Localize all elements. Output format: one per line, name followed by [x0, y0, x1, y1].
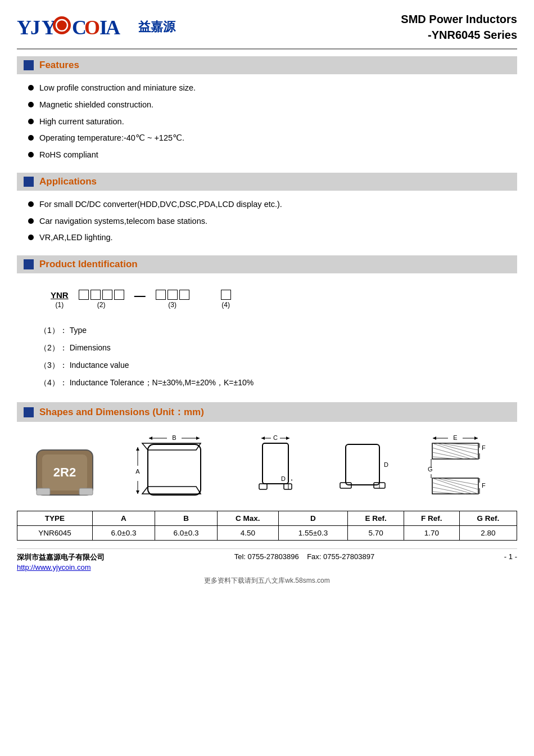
pid-boxes-3 — [156, 290, 189, 300]
col-b: B — [155, 511, 217, 526]
svg-marker-48 — [474, 436, 478, 440]
page-number: - 1 - — [504, 552, 517, 561]
svg-text:O: O — [84, 16, 100, 39]
footer-left: 深圳市益嘉源电子有限公司 http://www.yjycoin.com — [17, 552, 105, 572]
product-id-icon — [24, 259, 34, 269]
header-title-line2: -YNR6045 Series — [401, 27, 517, 43]
svg-line-60 — [441, 478, 478, 485]
cross-section-diagram: D — [334, 433, 391, 501]
svg-marker-25 — [142, 487, 201, 494]
svg-point-4 — [56, 20, 67, 31]
svg-text:A: A — [106, 16, 120, 39]
list-item: Magnetic shielded construction. — [28, 99, 517, 111]
svg-marker-23 — [136, 490, 139, 494]
list-item: （3）： Inductance value — [39, 359, 517, 371]
shapes-diagrams: 2R2 B A C D — [17, 428, 517, 506]
footer-page: - 1 - — [504, 552, 517, 561]
list-item: High current saturation. — [28, 116, 517, 128]
svg-text:F: F — [482, 482, 486, 489]
bullet-dot — [28, 201, 34, 207]
shapes-title: Shapes and Dimensions (Unit：mm) — [39, 406, 204, 418]
pid-desc-1-text: Type — [70, 326, 87, 335]
svg-text:E: E — [453, 434, 457, 441]
pid-part4: (4) — [221, 290, 231, 309]
bullet-dot — [28, 119, 34, 124]
top-view-diagram: E G F F — [424, 433, 503, 501]
col-g: G Ref. — [459, 511, 517, 526]
applications-title: Applications — [39, 176, 97, 187]
pid-box1-num: (4) — [221, 301, 230, 309]
svg-marker-18 — [196, 436, 200, 440]
cell-b: 6.0±0.3 — [155, 526, 217, 541]
svg-rect-33 — [259, 484, 267, 489]
pid-dash: — — [134, 288, 146, 302]
col-c: C Max. — [218, 511, 279, 526]
col-d: D — [278, 511, 348, 526]
footer-contact: Tel: 0755-27803896 Fax: 0755-27803897 — [234, 552, 374, 561]
cell-d: 1.55±0.3 — [278, 526, 348, 541]
pid-part1: YNR (1) — [51, 290, 69, 309]
header-title: SMD Power Inductors -YNR6045 Series — [401, 11, 517, 43]
bullet-dot — [28, 102, 34, 107]
logo-svg: Y J Y C O I A — [17, 13, 129, 41]
cell-e: 5.70 — [348, 526, 404, 541]
logo-chinese: 益嘉源 — [138, 19, 175, 35]
svg-text:G: G — [428, 466, 433, 472]
applications-icon — [24, 177, 34, 187]
svg-text:Y: Y — [17, 16, 31, 39]
pid-boxes-4 — [79, 290, 124, 300]
pid-desc-2-num: （2）： — [39, 343, 67, 352]
pid-prefix-num: (1) — [56, 301, 64, 309]
pid-desc-1-num: （1）： — [39, 326, 67, 335]
cell-type: YNR6045 — [17, 526, 93, 541]
pid-part3: (3) — [156, 290, 189, 309]
shapes-header: Shapes and Dimensions (Unit：mm) — [17, 402, 517, 422]
pid-desc-3-num: （3）： — [39, 361, 67, 370]
svg-text:B: B — [172, 434, 176, 441]
tel-label: Tel: — [234, 552, 246, 561]
table-header-row: TYPE A B C Max. D E Ref. F Ref. G Ref. — [17, 511, 517, 526]
list-item: Operating temperature:-40℃ ~ +125℃. — [28, 132, 517, 145]
pid-prefix: YNR — [51, 290, 69, 300]
list-item: Car navigation systems,telecom base stat… — [28, 215, 517, 228]
features-icon — [24, 60, 34, 70]
table-row: YNR6045 6.0±0.3 6.0±0.3 4.50 1.55±0.3 5.… — [17, 526, 517, 541]
svg-marker-22 — [136, 447, 139, 451]
cell-a: 6.0±0.3 — [92, 526, 155, 541]
pid-desc-2-text: Dimensions — [70, 343, 111, 352]
pid-boxes-1 — [221, 290, 231, 300]
svg-rect-12 — [79, 488, 93, 495]
svg-marker-17 — [149, 436, 152, 440]
shapes-icon — [24, 407, 34, 417]
svg-text:D: D — [281, 475, 286, 482]
side-profile-diagram: C D — [250, 433, 301, 501]
svg-marker-31 — [286, 436, 289, 440]
svg-marker-30 — [261, 436, 265, 440]
bullet-dot — [28, 85, 34, 91]
pid-desc-4-text: Inductance Tolerance；N=±30%,M=±20%，K=±10… — [70, 378, 254, 387]
svg-marker-47 — [433, 436, 436, 440]
fax-number: 0755-27803897 — [323, 552, 374, 561]
col-type: TYPE — [17, 511, 93, 526]
component-photo: 2R2 — [31, 439, 98, 501]
bullet-dot — [28, 152, 34, 158]
svg-text:F: F — [482, 444, 486, 451]
bullet-dot — [28, 235, 34, 240]
svg-rect-24 — [148, 444, 201, 495]
page-footer: 深圳市益嘉源电子有限公司 http://www.yjycoin.com Tel:… — [17, 548, 517, 572]
company-website[interactable]: http://www.yjycoin.com — [17, 563, 91, 572]
product-id-diagram: YNR (1) (2) — (3) (4) — [17, 279, 517, 318]
pid-box3-num: (3) — [168, 301, 177, 309]
svg-text:D: D — [384, 461, 388, 468]
company-name: 深圳市益嘉源电子有限公司 — [17, 552, 105, 562]
front-view-diagram: B A — [132, 433, 216, 501]
watermark: 更多资料下载请到五八文库wk.58sms.com — [17, 576, 517, 586]
svg-rect-34 — [284, 484, 292, 489]
pid-box4-num: (2) — [97, 301, 106, 309]
pid-part2: (2) — [79, 290, 124, 309]
col-e: E Ref. — [348, 511, 404, 526]
product-id-header: Product Identification — [17, 255, 517, 273]
svg-text:C: C — [273, 434, 278, 441]
pid-desc-4-num: （4）： — [39, 378, 67, 387]
page-header: Y J Y C O I A 益嘉源 SMD Power Inductors -Y… — [17, 11, 517, 50]
